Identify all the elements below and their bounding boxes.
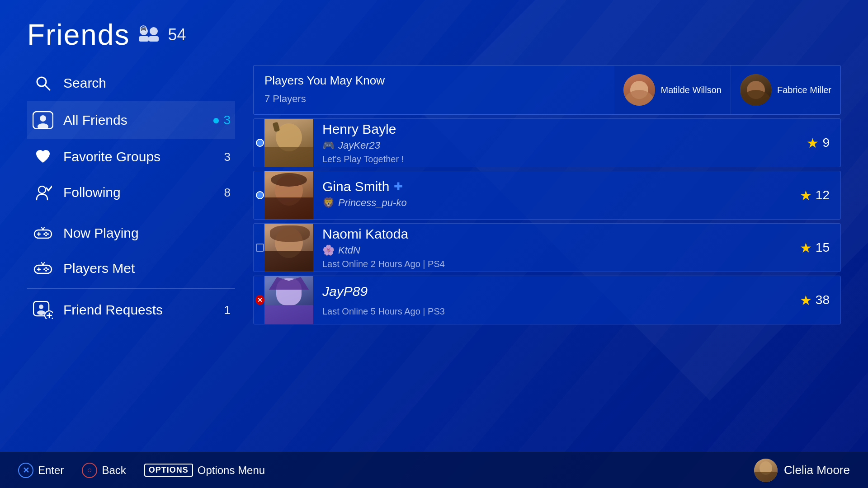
henry-star-count: 9 bbox=[822, 136, 830, 150]
naomi-stars: ★ 15 bbox=[800, 224, 840, 272]
may-know-card[interactable]: Matilde Willson Fabrice Miller bbox=[253, 65, 841, 115]
henry-stars: ★ 9 bbox=[807, 119, 840, 167]
friend-requests-icon bbox=[32, 301, 54, 319]
gina-indicator bbox=[255, 171, 264, 219]
gina-star-count: 12 bbox=[816, 188, 830, 202]
henry-avatar bbox=[264, 119, 313, 167]
jayp-avatar bbox=[264, 276, 313, 324]
sidebar-item-all-friends[interactable]: All Friends ● 3 bbox=[27, 101, 235, 139]
henry-name: Henry Bayle bbox=[322, 122, 797, 137]
sidebar-item-search[interactable]: Search bbox=[27, 65, 235, 101]
svg-point-15 bbox=[45, 232, 47, 234]
gina-online-dot bbox=[256, 191, 264, 199]
user-avatar bbox=[754, 459, 778, 482]
gina-stars: ★ 12 bbox=[800, 171, 840, 219]
bottom-bar: ✕ Enter ○ Back OPTIONS Options Menu Clel… bbox=[0, 452, 868, 488]
svg-point-26 bbox=[43, 268, 45, 270]
svg-point-24 bbox=[45, 267, 47, 269]
may-know-title: Players You May Know bbox=[264, 74, 830, 88]
svg-point-9 bbox=[40, 115, 46, 122]
user-name: Clelia Moore bbox=[784, 463, 850, 477]
x-button-icon: ✕ bbox=[18, 463, 33, 478]
henry-online-dot bbox=[256, 139, 264, 147]
naomi-avatar bbox=[264, 224, 313, 272]
sidebar-item-following-badge: 8 bbox=[224, 186, 231, 200]
svg-rect-3 bbox=[149, 36, 159, 42]
friend-card-henry-bayle[interactable]: Henry Bayle 🎮 JayKer23 Let's Play Togeth… bbox=[253, 118, 841, 167]
naomi-status: Last Online 2 Hours Ago | PS4 bbox=[322, 259, 791, 269]
svg-point-11 bbox=[38, 186, 46, 193]
svg-point-10 bbox=[38, 123, 48, 129]
sidebar-item-favorite-groups-badge: 3 bbox=[224, 150, 231, 164]
options-button[interactable]: OPTIONS Options Menu bbox=[144, 464, 265, 477]
svg-text:🎮: 🎮 bbox=[141, 26, 146, 32]
may-know-count: 7 Players bbox=[264, 93, 830, 105]
sidebar-item-now-playing[interactable]: Now Playing bbox=[27, 216, 235, 251]
gina-star-icon: ★ bbox=[800, 188, 812, 203]
sidebar-item-friend-requests-badge: 1 bbox=[224, 303, 231, 317]
bottom-user: Clelia Moore bbox=[754, 459, 850, 482]
svg-point-25 bbox=[47, 268, 49, 270]
sidebar-item-following[interactable]: Following 8 bbox=[27, 174, 235, 211]
header-count: 54 bbox=[168, 25, 186, 44]
gamepad-icon-1 bbox=[32, 226, 54, 240]
jayp-status: Last Online 5 Hours Ago | PS3 bbox=[322, 306, 791, 317]
henry-psn: 🎮 JayKer23 bbox=[322, 140, 797, 151]
sidebar-item-friend-requests[interactable]: Friend Requests 1 bbox=[27, 291, 235, 329]
options-label: Options Menu bbox=[198, 464, 265, 477]
friends-icon: 🎮 bbox=[139, 24, 159, 46]
svg-rect-1 bbox=[150, 27, 158, 35]
jayp-star-icon: ★ bbox=[800, 292, 812, 308]
sidebar-item-following-label: Following bbox=[63, 185, 215, 200]
heart-icon bbox=[32, 149, 54, 164]
naomi-psn: 🌸 KtdN bbox=[322, 244, 791, 256]
jayp-star-count: 38 bbox=[816, 293, 830, 307]
main-layout: Search All Friends ● 3 bbox=[0, 61, 868, 458]
svg-point-16 bbox=[47, 233, 49, 235]
gamepad-icon-2 bbox=[32, 262, 54, 275]
options-icon: OPTIONS bbox=[144, 464, 193, 477]
sidebar-divider-1 bbox=[27, 213, 235, 213]
enter-label: Enter bbox=[38, 464, 64, 477]
page-header: Friends 🎮 54 bbox=[0, 0, 868, 61]
sidebar-item-players-met-label: Players Met bbox=[63, 261, 231, 276]
svg-point-32 bbox=[37, 310, 45, 315]
gina-psn: 🦁 Princess_pu-ko bbox=[322, 197, 791, 209]
svg-rect-2 bbox=[139, 36, 149, 42]
right-content: Matilde Willson Fabrice Miller bbox=[253, 61, 841, 458]
back-button[interactable]: ○ Back bbox=[82, 463, 126, 478]
friend-card-naomi-katoda[interactable]: Naomi Katoda 🌸 KtdN Last Online 2 Hours … bbox=[253, 223, 841, 272]
sidebar-item-all-friends-badge: ● 3 bbox=[212, 113, 231, 127]
sidebar-item-friend-requests-label: Friend Requests bbox=[63, 302, 215, 318]
jayp-info: JayP89 Last Online 5 Hours Ago | PS3 bbox=[313, 276, 800, 324]
svg-line-7 bbox=[45, 85, 50, 90]
henry-status: Let's Play Together ! bbox=[322, 154, 797, 164]
all-friends-icon bbox=[32, 111, 54, 129]
sidebar: Search All Friends ● 3 bbox=[27, 61, 235, 458]
sidebar-divider-2 bbox=[27, 288, 235, 289]
sidebar-item-all-friends-label: All Friends bbox=[63, 113, 203, 128]
naomi-star-count: 15 bbox=[816, 240, 830, 255]
friend-card-gina-smith[interactable]: Gina Smith ✚ 🦁 Princess_pu-ko ★ 12 bbox=[253, 171, 841, 220]
svg-point-18 bbox=[45, 235, 47, 236]
friend-card-jayp89[interactable]: ✕ JayP89 Last Online 5 Hours Ago | PS3 bbox=[253, 276, 841, 324]
henry-info: Henry Bayle 🎮 JayKer23 Let's Play Togeth… bbox=[313, 119, 807, 167]
jayp-blocked-indicator: ✕ bbox=[255, 295, 264, 305]
gina-name: Gina Smith ✚ bbox=[322, 179, 791, 194]
following-icon bbox=[32, 184, 54, 201]
sidebar-item-players-met[interactable]: Players Met bbox=[27, 251, 235, 286]
enter-button[interactable]: ✕ Enter bbox=[18, 463, 64, 478]
henry-star-icon: ★ bbox=[807, 135, 819, 151]
sidebar-item-favorite-groups[interactable]: Favorite Groups 3 bbox=[27, 139, 235, 174]
jayp-stars: ★ 38 bbox=[800, 276, 840, 324]
search-icon bbox=[32, 75, 54, 91]
svg-point-31 bbox=[39, 305, 43, 309]
naomi-info: Naomi Katoda 🌸 KtdN Last Online 2 Hours … bbox=[313, 224, 800, 272]
page-title: Friends bbox=[27, 18, 130, 52]
svg-rect-21 bbox=[34, 265, 52, 273]
sidebar-item-search-label: Search bbox=[63, 75, 231, 91]
ps-plus-icon: ✚ bbox=[394, 180, 403, 193]
naomi-offline-indicator bbox=[256, 244, 264, 252]
gina-avatar bbox=[264, 171, 313, 220]
naomi-star-icon: ★ bbox=[800, 240, 812, 256]
